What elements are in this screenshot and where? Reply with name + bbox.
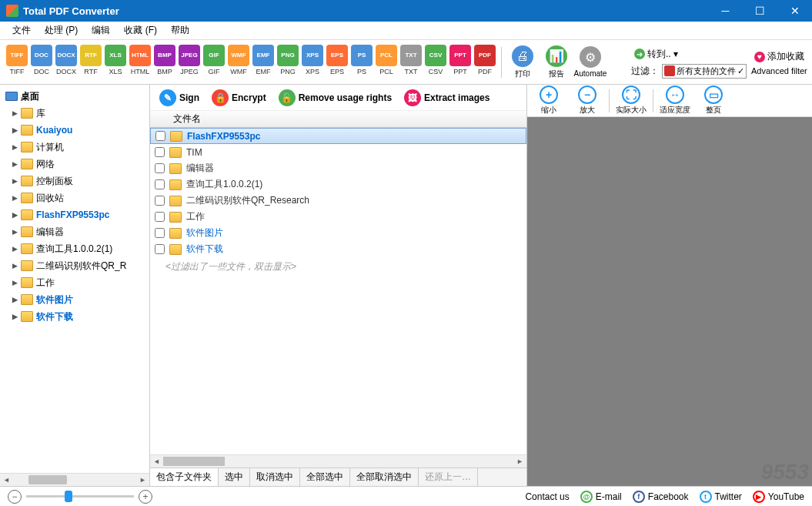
- menu-item[interactable]: 编辑: [85, 22, 116, 39]
- action-encrypt[interactable]: 🔒Encrypt: [209, 88, 269, 108]
- tree-item[interactable]: ▶工作: [0, 274, 149, 291]
- file-checkbox[interactable]: [155, 147, 165, 157]
- tree-item[interactable]: ▶软件下载: [0, 308, 149, 325]
- file-row[interactable]: TIM: [150, 144, 526, 160]
- preview-缩小[interactable]: +缩小: [532, 85, 566, 116]
- zoom-out-button[interactable]: −: [8, 490, 22, 504]
- filter-message[interactable]: <过滤出了一些文件，双击显示>: [150, 257, 526, 276]
- file-row[interactable]: 工作: [150, 209, 526, 225]
- file-row[interactable]: 软件图片: [150, 225, 526, 241]
- format-gif[interactable]: GIFGIF: [202, 43, 226, 82]
- advanced-filter-link[interactable]: Advanced filter: [751, 66, 807, 75]
- app-icon: [6, 5, 18, 17]
- action-remove-usage-rights[interactable]: 🔓Remove usage rights: [276, 88, 395, 108]
- action-extract-images[interactable]: 🖼Extract images: [401, 88, 493, 108]
- zoom-control[interactable]: − +: [8, 490, 152, 504]
- menu-item[interactable]: 处理 (P): [38, 22, 84, 39]
- menubar: 文件处理 (P)编辑收藏 (F)帮助: [0, 22, 812, 40]
- goto-link[interactable]: ➜转到.. ▾: [631, 46, 747, 62]
- format-emf[interactable]: EMFEMF: [251, 43, 276, 82]
- toolbar-打印[interactable]: 🖨打印: [506, 43, 540, 82]
- file-checkbox[interactable]: [155, 212, 165, 222]
- filter-select[interactable]: 所有支持的文件✓: [662, 64, 747, 79]
- tab-item[interactable]: 包含子文件夹: [150, 468, 219, 486]
- file-row[interactable]: 软件下载: [150, 241, 526, 257]
- format-pcl[interactable]: PCLPCL: [374, 43, 399, 82]
- sidebar-scrollbar[interactable]: ◄►: [0, 473, 149, 486]
- preview-适应宽度[interactable]: ↔适应宽度: [658, 85, 692, 116]
- toolbar-Automate[interactable]: ⚙Automate: [573, 43, 607, 82]
- format-rtf[interactable]: RTFRTF: [79, 43, 103, 82]
- format-html[interactable]: HTMLHTML: [128, 43, 152, 82]
- file-scrollbar[interactable]: ◄►: [150, 454, 526, 467]
- menu-item[interactable]: 文件: [6, 22, 37, 39]
- footer: − + Contact us @E-mail fFacebook tTwitte…: [0, 486, 812, 506]
- format-txt[interactable]: TXTTXT: [399, 43, 423, 82]
- file-list-header[interactable]: 文件名: [150, 111, 526, 128]
- menu-item[interactable]: 收藏 (F): [118, 22, 163, 39]
- tab-item[interactable]: 取消选中: [250, 468, 300, 486]
- format-xls[interactable]: XLSXLS: [103, 43, 128, 82]
- file-checkbox[interactable]: [155, 196, 165, 206]
- preview-整页[interactable]: ▭整页: [697, 85, 730, 116]
- menu-item[interactable]: 帮助: [165, 22, 195, 39]
- tree-item[interactable]: ▶二维码识别软件QR_R: [0, 257, 149, 274]
- facebook-link[interactable]: fFacebook: [633, 491, 689, 503]
- zoom-slider[interactable]: [26, 495, 134, 498]
- folder-icon: [169, 212, 182, 223]
- minimize-button[interactable]: ─: [708, 0, 743, 22]
- format-wmf[interactable]: WMFWMF: [226, 43, 251, 82]
- file-checkbox[interactable]: [155, 163, 165, 173]
- file-row[interactable]: 编辑器: [150, 160, 526, 176]
- tree-item[interactable]: ▶控制面板: [0, 173, 149, 189]
- format-ppt[interactable]: PPTPPT: [448, 43, 473, 82]
- tree-item[interactable]: ▶计算机: [0, 139, 149, 156]
- tree-item[interactable]: ▶编辑器: [0, 223, 149, 240]
- action-sign[interactable]: ✎Sign: [156, 88, 202, 108]
- format-pdf[interactable]: PDFPDF: [473, 43, 497, 82]
- tab-item[interactable]: 还原上一…: [419, 468, 478, 486]
- twitter-link[interactable]: tTwitter: [700, 491, 742, 503]
- preview-放大[interactable]: −放大: [570, 85, 604, 116]
- tree-item[interactable]: ▶网络: [0, 156, 149, 173]
- tree-item[interactable]: ▶库: [0, 105, 149, 122]
- tab-item[interactable]: 选中: [219, 468, 250, 486]
- close-button[interactable]: ✕: [777, 0, 812, 22]
- file-checkbox[interactable]: [155, 179, 165, 189]
- maximize-button[interactable]: ☐: [743, 0, 777, 22]
- file-checkbox[interactable]: [155, 131, 165, 141]
- format-doc[interactable]: DOCDOC: [29, 43, 54, 82]
- format-jpeg[interactable]: JPEGJPEG: [177, 43, 202, 82]
- file-row[interactable]: FlashFXP9553pc: [150, 128, 526, 144]
- youtube-link[interactable]: ▶YouTube: [753, 491, 804, 503]
- format-png[interactable]: PNGPNG: [276, 43, 300, 82]
- toolbar-报告[interactable]: 📊报告: [540, 43, 573, 82]
- zoom-in-button[interactable]: +: [139, 490, 152, 504]
- sidebar: 桌面▶库▶Kuaiyou▶计算机▶网络▶控制面板▶回收站▶FlashFXP955…: [0, 85, 150, 486]
- format-tiff[interactable]: TIFFTIFF: [5, 43, 29, 82]
- format-ps[interactable]: PSPS: [349, 43, 374, 82]
- folder-icon: [169, 228, 182, 239]
- tree-item[interactable]: ▶Kuaiyou: [0, 122, 149, 139]
- tree-item[interactable]: ▶查询工具1.0.0.2(1): [0, 240, 149, 257]
- tree-item[interactable]: ▶FlashFXP9553pc: [0, 206, 149, 223]
- contact-link[interactable]: Contact us: [525, 491, 569, 502]
- tree-root[interactable]: 桌面: [0, 88, 149, 105]
- preview-实际大小[interactable]: ⛶实际大小: [614, 85, 648, 116]
- tab-item[interactable]: 全部取消选中: [350, 468, 419, 486]
- format-eps[interactable]: EPSEPS: [325, 43, 349, 82]
- format-docx[interactable]: DOCXDOCX: [54, 43, 79, 82]
- format-bmp[interactable]: BMPBMP: [152, 43, 177, 82]
- tree-item[interactable]: ▶回收站: [0, 189, 149, 206]
- email-link[interactable]: @E-mail: [580, 491, 622, 503]
- tree-item[interactable]: ▶软件图片: [0, 291, 149, 308]
- file-row[interactable]: 查询工具1.0.0.2(1): [150, 176, 526, 193]
- add-favorite-link[interactable]: ♥添加收藏: [751, 49, 807, 65]
- file-row[interactable]: 二维码识别软件QR_Research: [150, 193, 526, 209]
- file-checkbox[interactable]: [155, 244, 165, 254]
- file-panel: ✎Sign🔒Encrypt🔓Remove usage rights🖼Extrac…: [150, 85, 527, 486]
- tab-item[interactable]: 全部选中: [300, 468, 350, 486]
- format-xps[interactable]: XPSXPS: [300, 43, 325, 82]
- file-checkbox[interactable]: [155, 228, 165, 238]
- format-csv[interactable]: CSVCSV: [423, 43, 448, 82]
